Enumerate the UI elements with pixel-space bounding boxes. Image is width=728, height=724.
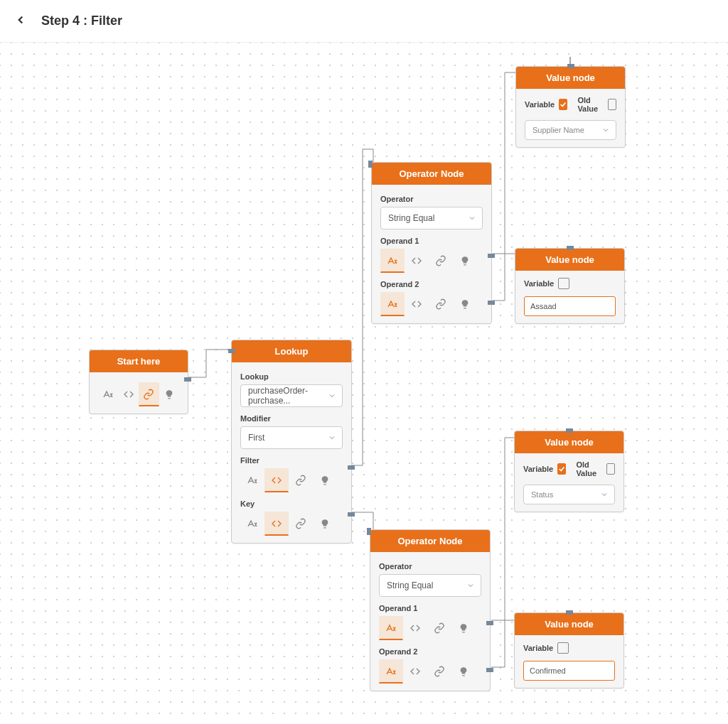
modifier-select[interactable]: First — [240, 426, 343, 449]
operator-node[interactable]: Operator Node Operator String Equal Oper… — [371, 162, 492, 324]
bulb-icon[interactable] — [159, 382, 180, 406]
link-icon[interactable] — [289, 468, 313, 492]
icon-row — [240, 468, 343, 492]
chevron-down-icon — [466, 581, 475, 590]
link-icon[interactable] — [429, 292, 453, 316]
variable-label: Variable — [523, 644, 553, 652]
select-value: First — [248, 433, 264, 443]
link-icon[interactable] — [427, 616, 451, 640]
chevron-down-icon — [600, 490, 609, 499]
select-value: Supplier Name — [532, 126, 584, 134]
link-icon[interactable] — [427, 659, 451, 684]
link-icon[interactable] — [289, 512, 313, 536]
start-node[interactable]: Start here — [89, 350, 188, 414]
code-icon[interactable] — [405, 292, 429, 316]
node-title: Value node — [515, 431, 623, 453]
input-value: Assaad — [530, 302, 557, 310]
value-select[interactable]: Supplier Name — [525, 120, 616, 140]
field-label: Operand 2 — [379, 647, 481, 656]
node-title: Value node — [515, 613, 623, 635]
oldvalue-label: Old Value — [577, 96, 603, 113]
variable-checkbox[interactable] — [559, 99, 567, 110]
link-icon[interactable] — [139, 382, 159, 406]
link-icon[interactable] — [429, 249, 453, 273]
code-icon[interactable] — [264, 468, 289, 492]
operator-select[interactable]: String Equal — [379, 574, 481, 597]
icon-row — [380, 249, 483, 273]
icon-row — [240, 512, 343, 536]
bulb-icon[interactable] — [453, 249, 477, 273]
field-label: Modifier — [240, 414, 343, 423]
text-icon[interactable] — [379, 616, 403, 640]
field-label: Key — [240, 499, 343, 508]
select-value: String Equal — [387, 580, 433, 590]
node-title: Operator Node — [370, 530, 490, 552]
page-title: Step 4 : Filter — [41, 13, 122, 28]
text-icon[interactable] — [240, 512, 264, 536]
icon-row — [379, 616, 481, 640]
operator-node[interactable]: Operator Node Operator String Equal Oper… — [370, 529, 491, 691]
field-label: Operator — [379, 562, 481, 571]
code-icon[interactable] — [119, 382, 139, 406]
bulb-icon[interactable] — [451, 616, 476, 640]
chevron-down-icon — [468, 214, 476, 222]
oldvalue-label: Old Value — [576, 460, 601, 477]
text-icon[interactable] — [380, 249, 405, 273]
field-label: Lookup — [240, 372, 343, 381]
text-icon[interactable] — [240, 468, 264, 492]
oldvalue-checkbox[interactable] — [606, 463, 615, 475]
icon-row — [380, 292, 483, 316]
bulb-icon[interactable] — [453, 292, 477, 316]
value-node[interactable]: Value node Variable Confirmed — [514, 612, 624, 688]
field-label: Operand 1 — [379, 604, 481, 612]
node-title: Value node — [516, 67, 625, 89]
variable-checkbox[interactable] — [557, 463, 566, 475]
value-select[interactable]: Status — [523, 485, 615, 504]
node-title: Value node — [515, 249, 624, 271]
code-icon[interactable] — [403, 659, 427, 684]
field-label: Operator — [380, 195, 483, 203]
bulb-icon[interactable] — [451, 659, 476, 684]
operator-select[interactable]: String Equal — [380, 207, 483, 229]
field-label: Operand 1 — [380, 237, 483, 245]
chevron-down-icon — [328, 391, 336, 400]
canvas[interactable]: Start here Lookup Lookup purchaseOrder-p… — [0, 43, 728, 724]
variable-label: Variable — [523, 465, 553, 473]
code-icon[interactable] — [264, 512, 289, 536]
variable-checkbox[interactable] — [557, 642, 569, 654]
select-value: Status — [531, 490, 553, 499]
lookup-select[interactable]: purchaseOrder-purchase... — [240, 384, 343, 407]
variable-label: Variable — [524, 279, 554, 288]
code-icon[interactable] — [403, 616, 427, 640]
back-button[interactable] — [14, 13, 27, 29]
bulb-icon[interactable] — [313, 512, 337, 536]
chevron-down-icon — [601, 126, 610, 134]
value-node[interactable]: Value node Variable Old Value Supplier N… — [515, 66, 626, 148]
value-node[interactable]: Value node Variable Assaad — [515, 248, 625, 324]
icon-row — [379, 659, 481, 684]
value-input[interactable]: Assaad — [524, 296, 616, 316]
bulb-icon[interactable] — [313, 468, 337, 492]
value-input[interactable]: Confirmed — [523, 661, 615, 681]
text-icon[interactable] — [98, 382, 119, 406]
text-icon[interactable] — [380, 292, 405, 316]
node-title: Lookup — [232, 340, 351, 362]
node-title: Operator Node — [372, 163, 491, 185]
value-node[interactable]: Value node Variable Old Value Status — [514, 431, 624, 512]
input-value: Confirmed — [530, 666, 566, 675]
code-icon[interactable] — [405, 249, 429, 273]
lookup-node[interactable]: Lookup Lookup purchaseOrder-purchase... … — [231, 340, 352, 544]
select-value: purchaseOrder-purchase... — [248, 386, 322, 406]
select-value: String Equal — [388, 213, 434, 223]
icon-row — [98, 382, 179, 406]
variable-checkbox[interactable] — [558, 278, 569, 289]
field-label: Operand 2 — [380, 280, 483, 288]
text-icon[interactable] — [379, 659, 403, 684]
node-title: Start here — [90, 350, 188, 372]
chevron-down-icon — [328, 433, 336, 442]
variable-label: Variable — [525, 100, 555, 109]
oldvalue-checkbox[interactable] — [608, 99, 616, 110]
field-label: Filter — [240, 456, 343, 465]
